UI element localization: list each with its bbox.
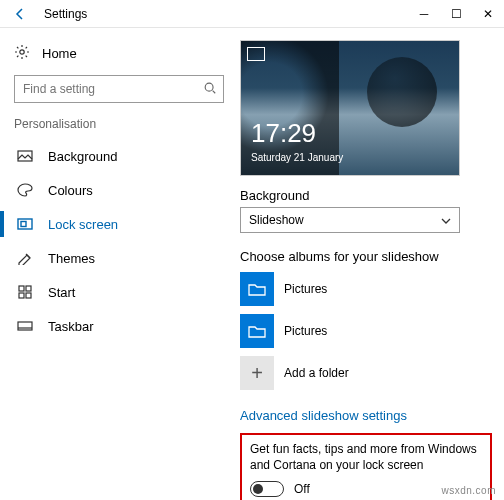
palette-icon	[16, 183, 34, 197]
home-label: Home	[42, 46, 77, 61]
search-input[interactable]	[14, 75, 224, 103]
preview-date: Saturday 21 January	[251, 152, 343, 163]
search-icon	[203, 81, 217, 98]
window-controls: ─ ☐ ✕	[408, 0, 504, 28]
album-item[interactable]: Pictures	[240, 272, 492, 306]
preview-time: 17:29	[251, 118, 316, 149]
svg-rect-7	[19, 293, 24, 298]
fun-facts-label: Get fun facts, tips and more from Window…	[250, 441, 482, 473]
sidebar-item-lock-screen[interactable]: Lock screen	[14, 207, 224, 241]
camera-icon	[247, 47, 265, 61]
sidebar-item-label: Taskbar	[48, 319, 94, 334]
dropdown-value: Slideshow	[249, 213, 304, 227]
album-item[interactable]: Pictures	[240, 314, 492, 348]
album-label: Pictures	[284, 324, 327, 338]
plus-icon: +	[240, 356, 274, 390]
start-icon	[16, 285, 34, 299]
sidebar-item-label: Themes	[48, 251, 95, 266]
main-panel: 17:29 Saturday 21 January Background Sli…	[232, 28, 504, 500]
sidebar-item-label: Background	[48, 149, 117, 164]
lock-screen-icon	[16, 218, 34, 230]
toggle-state: Off	[294, 482, 310, 496]
home-button[interactable]: Home	[14, 38, 224, 75]
folder-icon	[240, 314, 274, 348]
search-field[interactable]	[21, 81, 203, 97]
sidebar-item-label: Colours	[48, 183, 93, 198]
fun-facts-toggle[interactable]	[250, 481, 284, 497]
svg-rect-2	[18, 151, 32, 161]
sidebar-item-colours[interactable]: Colours	[14, 173, 224, 207]
minimize-button[interactable]: ─	[408, 0, 440, 28]
svg-rect-5	[19, 286, 24, 291]
background-label: Background	[240, 188, 492, 203]
svg-rect-6	[26, 286, 31, 291]
sidebar-item-label: Lock screen	[48, 217, 118, 232]
folder-icon	[240, 272, 274, 306]
advanced-slideshow-link[interactable]: Advanced slideshow settings	[240, 408, 492, 423]
section-label: Personalisation	[14, 117, 224, 131]
sidebar-item-themes[interactable]: Themes	[14, 241, 224, 275]
svg-rect-9	[18, 322, 32, 330]
gear-icon	[14, 44, 30, 63]
svg-rect-8	[26, 293, 31, 298]
back-button[interactable]	[0, 0, 40, 28]
close-button[interactable]: ✕	[472, 0, 504, 28]
sidebar-item-start[interactable]: Start	[14, 275, 224, 309]
sidebar-item-taskbar[interactable]: Taskbar	[14, 309, 224, 343]
titlebar: Settings ─ ☐ ✕	[0, 0, 504, 28]
watermark: wsxdn.com	[441, 485, 496, 496]
add-folder-label: Add a folder	[284, 366, 349, 380]
album-label: Pictures	[284, 282, 327, 296]
chevron-down-icon	[441, 213, 451, 227]
sidebar-item-label: Start	[48, 285, 75, 300]
albums-label: Choose albums for your slideshow	[240, 249, 492, 264]
svg-rect-4	[21, 222, 26, 227]
maximize-button[interactable]: ☐	[440, 0, 472, 28]
svg-point-1	[205, 83, 213, 91]
themes-icon	[16, 251, 34, 265]
sidebar-item-background[interactable]: Background	[14, 139, 224, 173]
lock-screen-preview: 17:29 Saturday 21 January	[240, 40, 460, 176]
sidebar: Home Personalisation Background Colours …	[0, 28, 232, 500]
svg-rect-3	[18, 219, 32, 229]
window-title: Settings	[40, 7, 408, 21]
taskbar-icon	[16, 321, 34, 331]
background-dropdown[interactable]: Slideshow	[240, 207, 460, 233]
picture-icon	[16, 150, 34, 162]
svg-point-0	[20, 50, 24, 54]
add-folder-button[interactable]: + Add a folder	[240, 356, 492, 390]
